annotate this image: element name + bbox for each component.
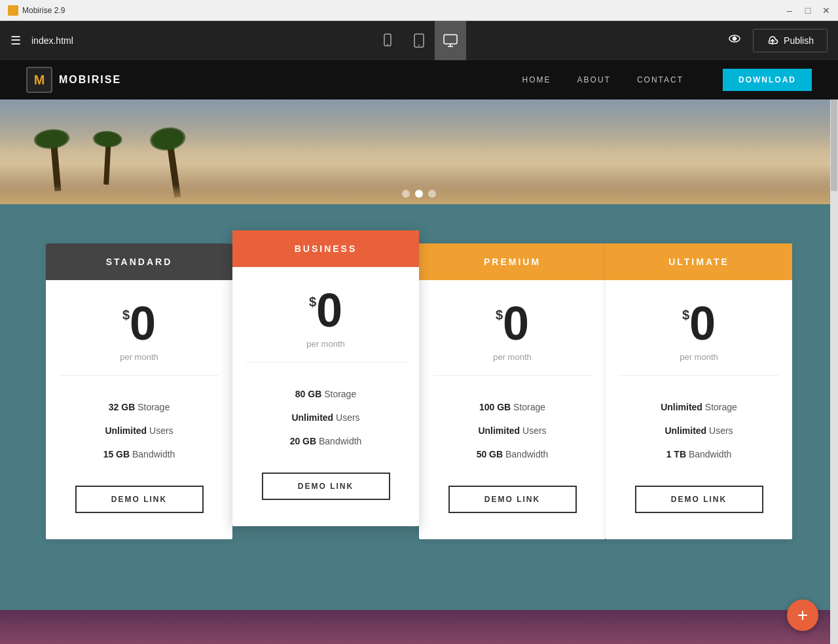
close-button[interactable]: ✕ — [820, 4, 833, 17]
card-body-premium: $ 0 per month 100 GB Storage Unlimited U… — [419, 280, 606, 539]
storage-label-premium: Storage — [513, 402, 545, 412]
divider-premium — [432, 375, 592, 376]
pricing-card-premium: PREMIUM $ 0 per month 100 GB Storage — [419, 243, 606, 539]
menu-icon[interactable]: ☰ — [10, 33, 21, 48]
nav-link-home[interactable]: HOME — [522, 75, 551, 84]
price-amount-standard: 0 — [130, 300, 156, 347]
price-standard: $ 0 — [59, 300, 219, 347]
download-button[interactable]: DOWNLOAD — [723, 69, 812, 91]
storage-value-premium: 100 GB — [479, 402, 511, 412]
demo-button-premium[interactable]: DEMO LINK — [448, 486, 577, 513]
mobile-icon — [380, 33, 395, 48]
tablet-view-button[interactable] — [403, 21, 435, 60]
minimize-button[interactable]: – — [783, 4, 796, 17]
website-content: M MOBIRISE HOME ABOUT CONTACT DOWNLOAD — [0, 60, 838, 644]
carousel-dot-1[interactable] — [402, 190, 410, 198]
nav-links: HOME ABOUT CONTACT DOWNLOAD — [522, 69, 812, 91]
fab-button[interactable]: + — [787, 599, 818, 631]
feature-storage-premium: 100 GB Storage — [432, 395, 592, 419]
users-label-business: Users — [336, 412, 360, 423]
users-label-premium: Users — [522, 425, 547, 436]
features-ultimate: Unlimited Storage Unlimited Users 1 TB B… — [619, 389, 779, 473]
demo-button-business[interactable]: DEMO LINK — [262, 473, 390, 500]
plan-name-ultimate: ULTIMATE — [619, 257, 779, 267]
storage-value-standard: 32 GB — [109, 402, 135, 412]
nav-link-about[interactable]: ABOUT — [577, 75, 611, 84]
plan-name-standard: STANDARD — [59, 257, 219, 267]
feature-bandwidth-ultimate: 1 TB Bandwidth — [619, 442, 779, 466]
dollar-sign-premium: $ — [496, 308, 503, 323]
price-period-ultimate: per month — [619, 352, 779, 362]
device-switcher — [372, 21, 466, 60]
nav-link-contact[interactable]: CONTACT — [637, 75, 683, 84]
card-header-business: BUSINESS — [232, 230, 419, 267]
price-amount-ultimate: 0 — [689, 300, 716, 347]
publish-button[interactable]: Publish — [753, 29, 828, 52]
cloud-icon — [767, 35, 778, 46]
feature-users-ultimate: Unlimited Users — [619, 419, 779, 442]
dollar-sign-standard: $ — [122, 308, 130, 323]
card-header-ultimate: ULTIMATE — [606, 243, 792, 280]
divider-standard — [59, 375, 219, 376]
desktop-view-button[interactable] — [435, 21, 466, 60]
feature-users-standard: Unlimited Users — [59, 419, 219, 442]
feature-bandwidth-standard: 15 GB Bandwidth — [59, 442, 219, 466]
card-body-ultimate: $ 0 per month Unlimited Storage Unlimite… — [606, 280, 792, 539]
features-premium: 100 GB Storage Unlimited Users 50 GB Ban… — [432, 389, 592, 473]
carousel-dot-2[interactable] — [415, 190, 423, 198]
storage-label-ultimate: Storage — [705, 402, 737, 412]
nav-bar: M MOBIRISE HOME ABOUT CONTACT DOWNLOAD — [0, 60, 838, 99]
carousel-dot-3[interactable] — [428, 190, 436, 198]
bandwidth-label-standard: Bandwidth — [132, 449, 175, 459]
pricing-card-ultimate: ULTIMATE $ 0 per month Unlimited Storage — [606, 243, 792, 539]
feature-storage-standard: 32 GB Storage — [59, 395, 219, 419]
eye-icon — [727, 31, 742, 46]
features-standard: 32 GB Storage Unlimited Users 15 GB Band… — [59, 389, 219, 473]
window-controls: – □ ✕ — [783, 4, 833, 17]
users-label-ultimate: Users — [709, 425, 733, 436]
bandwidth-value-business: 20 GB — [290, 436, 316, 446]
tablet-icon — [411, 33, 427, 48]
plan-name-premium: PREMIUM — [432, 257, 592, 267]
logo-letter: M — [34, 73, 45, 88]
plan-name-business: BUSINESS — [246, 243, 406, 254]
maximize-button[interactable]: □ — [801, 4, 814, 17]
feature-storage-business: 80 GB Storage — [246, 382, 406, 406]
bandwidth-label-premium: Bandwidth — [505, 449, 548, 459]
price-amount-business: 0 — [316, 287, 342, 334]
toolbar: ☰ index.html — [0, 21, 838, 60]
divider-ultimate — [619, 375, 779, 376]
svg-point-1 — [387, 44, 388, 45]
price-premium: $ 0 — [432, 300, 592, 347]
dollar-sign-ultimate: $ — [682, 308, 689, 323]
card-header-standard: STANDARD — [46, 243, 232, 280]
carousel-dots — [402, 190, 436, 198]
price-amount-premium: 0 — [503, 300, 529, 347]
users-value-business: Unlimited — [291, 412, 333, 423]
demo-button-standard[interactable]: DEMO LINK — [75, 486, 204, 513]
feature-storage-ultimate: Unlimited Storage — [619, 395, 779, 419]
features-business: 80 GB Storage Unlimited Users 20 GB Band… — [246, 376, 406, 459]
price-period-standard: per month — [59, 352, 219, 362]
price-ultimate: $ 0 — [619, 300, 779, 347]
pricing-cards: STANDARD $ 0 per month 32 GB Storage — [26, 243, 812, 539]
bandwidth-label-business: Bandwidth — [319, 436, 361, 446]
storage-value-ultimate: Unlimited — [661, 402, 702, 412]
svg-rect-4 — [444, 35, 457, 44]
preview-button[interactable] — [727, 31, 742, 50]
storage-label-business: Storage — [324, 389, 356, 399]
scrollbar[interactable] — [830, 60, 838, 644]
feature-users-business: Unlimited Users — [246, 406, 406, 429]
feature-bandwidth-business: 20 GB Bandwidth — [246, 429, 406, 453]
users-value-ultimate: Unlimited — [665, 425, 706, 436]
desktop-icon — [443, 33, 458, 48]
feature-users-premium: Unlimited Users — [432, 419, 592, 442]
publish-label: Publish — [784, 35, 814, 46]
pricing-card-business: BUSINESS $ 0 per month 80 GB Storage — [232, 230, 419, 526]
feature-bandwidth-premium: 50 GB Bandwidth — [432, 442, 592, 466]
pricing-card-standard: STANDARD $ 0 per month 32 GB Storage — [46, 243, 232, 539]
demo-button-ultimate[interactable]: DEMO LINK — [635, 486, 763, 513]
mobile-view-button[interactable] — [372, 21, 403, 60]
logo-icon: M — [26, 67, 52, 93]
card-header-premium: PREMIUM — [419, 243, 606, 280]
